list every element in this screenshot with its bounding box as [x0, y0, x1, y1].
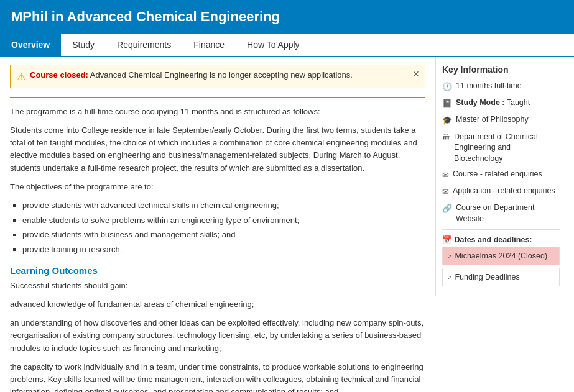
orange-divider: [10, 97, 425, 98]
clock-icon: 🕐: [442, 81, 452, 93]
main-layout: ⚠ Course closed: Advanced Chemical Engin…: [0, 57, 574, 392]
intro-paragraph-1: The programme is a full-time course occu…: [10, 106, 425, 118]
envelope-icon-2: ✉: [442, 186, 449, 198]
link-icon: 🔗: [442, 203, 452, 214]
sidebar-degree: 🎓 Master of Philosophy: [442, 114, 560, 126]
calendar-icon: 📅: [442, 235, 452, 244]
alert-banner: ⚠ Course closed: Advanced Chemical Engin…: [10, 65, 425, 88]
dept-website-link[interactable]: Course on Department Website: [456, 203, 560, 224]
tab-requirements[interactable]: Requirements: [106, 34, 182, 56]
sidebar-department: 🏛 Department of Chemical Engineering and…: [442, 132, 560, 165]
building-icon: 🏛: [442, 132, 450, 144]
dates-label: 📅 Dates and deadlines:: [442, 235, 560, 244]
app-enquiries-link[interactable]: Application - related enquiries: [453, 186, 555, 197]
tab-how-to-apply[interactable]: How To Apply: [236, 34, 311, 56]
page-header: MPhil in Advanced Chemical Engineering: [0, 0, 574, 34]
lo-item-1: advanced knowledge of fundamental areas …: [10, 298, 425, 311]
alert-text: Course closed: Advanced Chemical Enginee…: [30, 70, 353, 80]
accordion-funding-header[interactable]: > Funding Deadlines: [443, 268, 559, 286]
objectives-intro: The objectives of the programme are to:: [10, 181, 425, 193]
sidebar-study-mode: 📓 Study Mode : Taught: [442, 98, 560, 109]
nav-tabs: Overview Study Requirements Finance How …: [0, 34, 574, 57]
dates-label-text: Dates and deadlines:: [454, 235, 532, 244]
objectives-list: provide students with advanced technical…: [22, 199, 425, 257]
tab-study[interactable]: Study: [61, 34, 106, 56]
sidebar-divider: [442, 229, 560, 230]
accordion-funding-label: Funding Deadlines: [455, 273, 519, 281]
content-area: ⚠ Course closed: Advanced Chemical Engin…: [0, 57, 435, 392]
objective-4: provide training in research.: [22, 244, 425, 257]
chevron-right-icon-1: >: [448, 252, 451, 260]
tab-overview[interactable]: Overview: [0, 34, 61, 56]
objective-1: provide students with advanced technical…: [22, 199, 425, 212]
learning-outcomes-heading: Learning Outcomes: [10, 265, 425, 276]
course-enquiries-link[interactable]: Course - related enquiries: [453, 169, 542, 180]
objective-3: provide students with business and manag…: [22, 229, 425, 242]
sidebar: Key Information 🕐 11 months full-time 📓 …: [435, 57, 566, 296]
lo-item-3: the capacity to work individually and in…: [10, 361, 425, 392]
tab-finance[interactable]: Finance: [182, 34, 236, 56]
alert-strong: Course closed:: [30, 70, 88, 80]
warning-icon: ⚠: [17, 71, 25, 83]
envelope-icon-1: ✉: [442, 170, 449, 181]
graduation-icon: 🎓: [442, 115, 452, 126]
study-mode-key: Study Mode :: [456, 98, 504, 107]
accordion-michaelmas: > Michaelmas 2024 (Closed): [442, 247, 560, 265]
alert-close-button[interactable]: ✕: [412, 69, 420, 79]
accordion-michaelmas-header[interactable]: > Michaelmas 2024 (Closed): [443, 247, 559, 265]
lo-intro: Successful students should gain:: [10, 280, 425, 292]
study-mode-label: Study Mode : Taught: [456, 98, 530, 109]
lo-item-2: an understanding of how discoveries and …: [10, 317, 425, 354]
sidebar-course-enquiries: ✉ Course - related enquiries: [442, 169, 560, 181]
sidebar-title: Key Information: [442, 65, 560, 75]
book-icon: 📓: [442, 98, 452, 109]
sidebar-app-enquiries: ✉ Application - related enquiries: [442, 186, 560, 198]
study-mode-value: Taught: [507, 98, 530, 107]
sidebar-duration: 🕐 11 months full-time: [442, 81, 560, 93]
duration-label: 11 months full-time: [456, 81, 522, 92]
degree-link[interactable]: Master of Philosophy: [456, 114, 529, 125]
chevron-right-icon-2: >: [448, 273, 451, 281]
accordion-funding: > Funding Deadlines: [442, 268, 560, 286]
intro-paragraph-2: Students come into College residence in …: [10, 124, 425, 175]
objective-2: enable students to solve problems within…: [22, 214, 425, 227]
department-link[interactable]: Department of Chemical Engineering and B…: [454, 132, 560, 165]
page-title: MPhil in Advanced Chemical Engineering: [11, 9, 563, 25]
alert-message: Advanced Chemical Engineering is no long…: [88, 70, 353, 80]
sidebar-dept-website: 🔗 Course on Department Website: [442, 203, 560, 224]
accordion-michaelmas-label: Michaelmas 2024 (Closed): [455, 252, 547, 260]
